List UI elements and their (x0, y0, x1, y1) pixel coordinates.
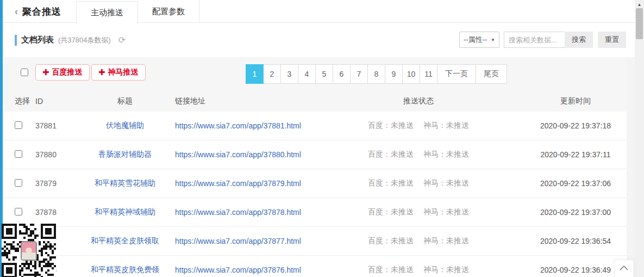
row-checkbox[interactable] (15, 150, 22, 158)
tab-label: 主动推送 (91, 8, 123, 18)
tab-config-params[interactable]: 配置参数 (138, 0, 199, 23)
toolbar-left: 文档列表 (共37804条数据) ⟳ (15, 23, 126, 57)
table-row: 37881 伏地魔辅助 https://www.sia7.com/app/378… (3, 112, 635, 140)
row-push-status: 百度：未推送 神马：未推送 (359, 265, 478, 275)
table-header: 选择 ID 标题 链接地址 推送状态 更新时间 (3, 91, 635, 112)
row-push-status: 百度：未推送 神马：未推送 (359, 150, 478, 159)
col-header-time: 更新时间 (478, 96, 635, 106)
table-row: 37877 和平精英全皮肤领取 https://www.sia7.com/app… (3, 227, 635, 256)
page-button-4[interactable]: 4 (298, 64, 316, 84)
col-header-id: ID (35, 97, 79, 106)
row-checkbox[interactable] (15, 121, 22, 129)
select-all-checkbox[interactable] (21, 69, 28, 76)
last-page-button[interactable]: 尾页 (476, 64, 507, 84)
top-header: ‹ 聚合推送 主动推送 配置参数 (3, 0, 635, 23)
row-checkbox[interactable] (15, 179, 22, 187)
tab-active-push[interactable]: 主动推送 (76, 1, 138, 23)
table-body: 37881 伏地魔辅助 https://www.sia7.com/app/378… (3, 112, 635, 277)
qr-code (2, 224, 56, 277)
page-button-2[interactable]: 2 (263, 64, 281, 84)
col-header-url: 链接地址 (171, 96, 359, 106)
plus-icon: ✚ (42, 67, 49, 77)
row-title-link[interactable]: 和平精英雪花辅助 (79, 178, 171, 188)
back-navigation[interactable]: ‹ 聚合推送 (15, 0, 61, 23)
row-checkbox[interactable] (15, 208, 22, 216)
search-input[interactable] (504, 32, 565, 48)
chevron-down-icon: ▼ (491, 38, 495, 42)
scroll-to-top-button[interactable] (614, 260, 634, 277)
row-update-time: 2020-09-22 19:37:00 (478, 208, 635, 217)
page-button-3[interactable]: 3 (280, 64, 298, 84)
attribute-select[interactable]: --属性-- ▼ (459, 32, 499, 48)
row-id: 37879 (35, 179, 79, 188)
row-update-time: 2020-09-22 19:36:54 (478, 237, 635, 245)
row-id: 37880 (35, 150, 79, 159)
col-header-title: 标题 (79, 96, 171, 106)
table-row: 37876 和平精英皮肤免费领 https://www.sia7.com/app… (3, 256, 635, 277)
list-title: 文档列表 (21, 35, 54, 45)
browser-scrollbar[interactable]: ▲ (635, 0, 644, 277)
shenma-push-button[interactable]: ✚ 神马推送 (91, 64, 146, 81)
attribute-select-value: --属性-- (464, 35, 487, 45)
row-url-link[interactable]: https://www.sia7.com/app/37877.html (171, 237, 359, 245)
row-title-link[interactable]: 和平精英皮肤免费领 (79, 265, 171, 275)
page-button-7[interactable]: 7 (350, 64, 368, 84)
page-title: 聚合推送 (22, 5, 61, 18)
row-id: 37878 (35, 208, 79, 217)
page-button-10[interactable]: 10 (402, 64, 420, 84)
col-header-select: 选择 (15, 96, 35, 106)
back-icon[interactable]: ‹ (15, 7, 18, 16)
row-url-link[interactable]: https://www.sia7.com/app/37881.html (171, 121, 359, 130)
actions-row: ✚ 百度推送 ✚ 神马推送 1 2 3 4 5 6 7 8 9 10 (3, 57, 635, 89)
row-title-link[interactable]: 和平精英全皮肤领取 (79, 236, 171, 246)
list-count: (共37804条数据) (58, 35, 111, 45)
row-id: 37881 (35, 121, 79, 130)
page-button-9[interactable]: 9 (385, 64, 403, 84)
tab-bar: 主动推送 配置参数 (76, 0, 199, 23)
table-row: 37878 和平精英神域辅助 https://www.sia7.com/app/… (3, 198, 635, 227)
accent-bar (15, 35, 17, 46)
baidu-push-button[interactable]: ✚ 百度推送 (35, 64, 90, 81)
baidu-push-label: 百度推送 (52, 67, 83, 77)
row-update-time: 2020-09-22 19:37:18 (478, 121, 635, 130)
avatar (21, 241, 37, 261)
row-update-time: 2020-09-22 19:37:06 (478, 179, 635, 188)
reset-button[interactable]: 重置 (598, 32, 626, 48)
toolbar: 文档列表 (共37804条数据) ⟳ --属性-- ▼ 搜索 重置 (3, 23, 635, 57)
row-title-link[interactable]: 伏地魔辅助 (79, 121, 171, 131)
row-url-link[interactable]: https://www.sia7.com/app/37876.html (171, 266, 359, 274)
col-header-status: 推送状态 (359, 96, 478, 106)
search-button[interactable]: 搜索 (565, 32, 593, 48)
page-button-1[interactable]: 1 (246, 64, 264, 84)
row-push-status: 百度：未推送 神马：未推送 (359, 236, 478, 246)
table-row: 37880 香肠派对辅助器 https://www.sia7.com/app/3… (3, 140, 635, 169)
row-url-link[interactable]: https://www.sia7.com/app/37878.html (171, 208, 359, 217)
pagination: 1 2 3 4 5 6 7 8 9 10 11 下一页 尾页 (246, 64, 507, 84)
row-title-link[interactable]: 香肠派对辅助器 (79, 150, 171, 159)
row-url-link[interactable]: https://www.sia7.com/app/37879.html (171, 179, 359, 188)
table-row: 37879 和平精英雪花辅助 https://www.sia7.com/app/… (3, 169, 635, 198)
table-tool-zone: ✚ 百度推送 ✚ 神马推送 1 2 3 4 5 6 7 8 9 10 (3, 57, 635, 112)
page-button-11[interactable]: 11 (420, 64, 437, 84)
next-page-button[interactable]: 下一页 (437, 64, 476, 84)
page: ‹ 聚合推送 主动推送 配置参数 文档列表 (共37804条数据) ⟳ (0, 0, 644, 277)
row-push-status: 百度：未推送 神马：未推送 (359, 207, 478, 217)
right-gutter (627, 57, 635, 277)
row-url-link[interactable]: https://www.sia7.com/app/37880.html (171, 150, 359, 159)
page-button-5[interactable]: 5 (315, 64, 333, 84)
shenma-push-label: 神马推送 (108, 67, 139, 77)
main-content: ‹ 聚合推送 主动推送 配置参数 文档列表 (共37804条数据) ⟳ (3, 0, 635, 277)
scrollbar-thumb[interactable] (636, 8, 643, 39)
refresh-icon[interactable]: ⟳ (118, 36, 126, 45)
row-update-time: 2020-09-22 19:37:11 (478, 150, 635, 159)
page-button-8[interactable]: 8 (367, 64, 385, 84)
row-title-link[interactable]: 和平精英神域辅助 (79, 207, 171, 217)
plus-icon: ✚ (98, 67, 105, 77)
toolbar-right: --属性-- ▼ 搜索 重置 (459, 32, 626, 48)
tab-label: 配置参数 (152, 7, 185, 17)
scrollbar-up-icon[interactable]: ▲ (635, 2, 644, 7)
row-push-status: 百度：未推送 神马：未推送 (359, 121, 478, 131)
row-push-status: 百度：未推送 神马：未推送 (359, 178, 478, 188)
page-button-6[interactable]: 6 (333, 64, 351, 84)
row-update-time: 2020-09-22 19:36:49 (478, 266, 635, 274)
